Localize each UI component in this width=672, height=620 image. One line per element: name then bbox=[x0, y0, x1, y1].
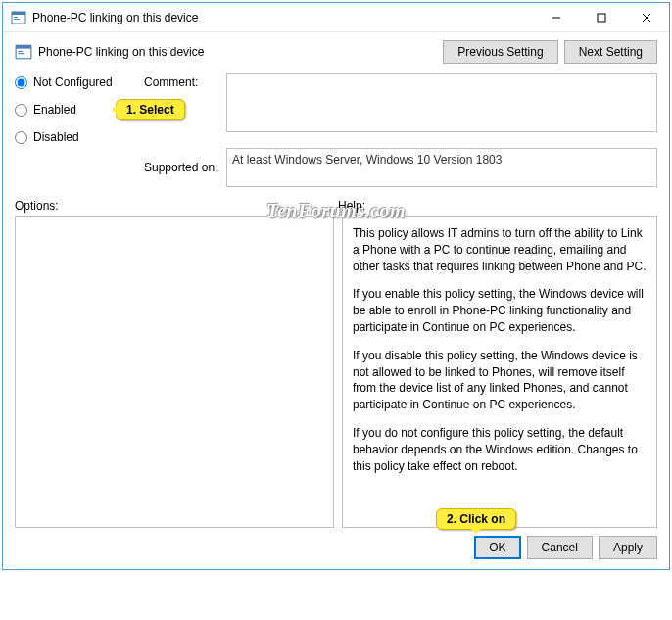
policy-icon bbox=[15, 43, 32, 61]
help-panel: This policy allows IT admins to turn off… bbox=[342, 216, 657, 528]
help-paragraph: If you do not configure this policy sett… bbox=[353, 425, 647, 474]
page-title: Phone-PC linking on this device bbox=[38, 45, 443, 59]
help-paragraph: This policy allows IT admins to turn off… bbox=[353, 225, 647, 274]
policy-icon bbox=[11, 10, 26, 25]
radio-disabled-input[interactable] bbox=[15, 131, 27, 144]
radio-enabled-label: Enabled bbox=[33, 103, 76, 117]
svg-rect-2 bbox=[14, 17, 18, 18]
cancel-button[interactable]: Cancel bbox=[527, 536, 593, 559]
radio-enabled-input[interactable] bbox=[15, 104, 27, 117]
annotation-click-on: 2. Click on bbox=[436, 508, 516, 530]
previous-setting-button[interactable]: Previous Setting bbox=[443, 40, 557, 64]
maximize-button[interactable] bbox=[579, 3, 624, 32]
svg-rect-10 bbox=[18, 51, 23, 52]
close-button[interactable] bbox=[624, 3, 669, 32]
options-panel bbox=[15, 216, 334, 528]
options-label: Options: bbox=[15, 199, 338, 213]
svg-rect-1 bbox=[12, 12, 25, 15]
svg-rect-3 bbox=[14, 19, 20, 20]
svg-rect-11 bbox=[18, 53, 24, 54]
supported-on-textarea: At least Windows Server, Windows 10 Vers… bbox=[226, 148, 657, 187]
radio-disabled[interactable]: Disabled bbox=[15, 130, 138, 144]
titlebar[interactable]: Phone-PC linking on this device bbox=[3, 3, 669, 32]
comment-textarea[interactable] bbox=[226, 73, 657, 132]
ok-button[interactable]: OK bbox=[474, 536, 520, 559]
help-label: Help: bbox=[338, 199, 365, 213]
help-paragraph: If you disable this policy setting, the … bbox=[353, 348, 647, 413]
svg-rect-5 bbox=[598, 14, 605, 22]
radio-not-configured-label: Not Configured bbox=[33, 75, 113, 89]
minimize-button[interactable] bbox=[534, 3, 579, 32]
comment-label: Comment: bbox=[144, 73, 220, 89]
radio-not-configured-input[interactable] bbox=[15, 76, 27, 89]
svg-rect-9 bbox=[16, 45, 31, 48]
window-title: Phone-PC linking on this device bbox=[32, 11, 534, 24]
supported-on-label: Supported on: bbox=[144, 161, 220, 174]
next-setting-button[interactable]: Next Setting bbox=[564, 40, 657, 64]
apply-button[interactable]: Apply bbox=[599, 536, 657, 559]
radio-not-configured[interactable]: Not Configured bbox=[15, 75, 138, 89]
help-paragraph: If you enable this policy setting, the W… bbox=[353, 286, 647, 335]
annotation-select: 1. Select bbox=[116, 99, 185, 120]
radio-disabled-label: Disabled bbox=[33, 130, 79, 144]
